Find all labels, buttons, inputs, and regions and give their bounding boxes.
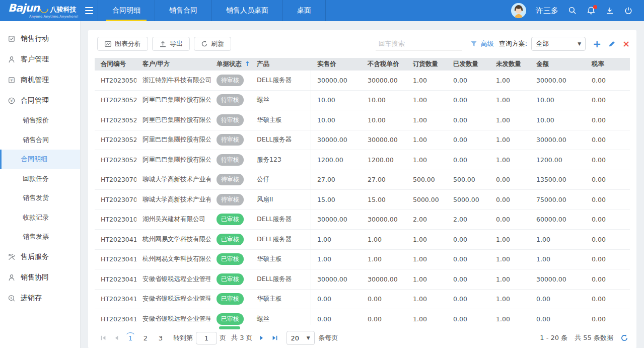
sidebar-item-2[interactable]: 客户管理 (0, 49, 80, 69)
cell: 安徽省银税远程企业管理... (136, 295, 210, 303)
sidebar-item-1[interactable]: 销售行动 (0, 28, 80, 49)
cell: 30000.00 (311, 136, 362, 144)
sidebar-item-6[interactable]: 销售协同 (0, 267, 80, 288)
column-header-8[interactable]: 已发数量 (447, 60, 490, 68)
sidebar-subitem-7[interactable]: 销售发票 (0, 227, 80, 247)
page-number-1[interactable]: 1 (124, 332, 136, 344)
table-row[interactable]: HT2023041701安徽省银税远程企业管理...已审核螺丝0.000.001… (95, 309, 630, 325)
goto-suffix: 页 (220, 333, 226, 342)
menu-toggle-icon[interactable] (81, 0, 98, 21)
table-row[interactable]: HT2023052901阿里巴巴集團控股有限公司待审核服务1231200.001… (95, 150, 630, 170)
cell: 0.00 (490, 196, 530, 203)
sidebar-item-4[interactable]: ¥合同管理 (0, 90, 80, 111)
toolbar-button-3[interactable]: 刷新 (194, 37, 231, 51)
toolbar-button-2[interactable]: 导出 (152, 37, 190, 51)
query-plan-select[interactable]: 全部 ▼ (531, 37, 586, 51)
opportunity-icon: ¥ (8, 76, 16, 84)
advanced-filter-link[interactable]: 高级 (481, 39, 494, 48)
cell: HT2023041701 (95, 295, 136, 303)
avatar[interactable] (511, 3, 526, 18)
topbar-tab-1[interactable]: 合同明细 (98, 0, 155, 21)
edit-plan-icon[interactable] (608, 40, 615, 47)
cell: 1.00 (407, 96, 447, 104)
refresh-data-icon[interactable] (620, 334, 628, 342)
search-icon[interactable] (568, 6, 577, 15)
sidebar-subitem-4[interactable]: 回款任务 (0, 169, 80, 189)
sales-action-icon (8, 35, 16, 43)
column-header-2[interactable]: 客户/甲方 (136, 60, 210, 68)
column-header-7[interactable]: 订货数量 (407, 60, 447, 68)
cell: 杭州网易文学科技有限公司 (136, 255, 210, 263)
page-number-2[interactable]: 2 (139, 332, 152, 344)
column-header-4[interactable]: 产品 (251, 60, 311, 68)
table-row[interactable]: HT2023041301杭州网易文学科技有限公司已审核华硕主板1.001.001… (95, 250, 630, 270)
sidebar-item-7[interactable]: ¥进销存 (0, 288, 80, 309)
sidebar-subitem-2[interactable]: 销售合同 (0, 130, 80, 150)
cell: 0.00 (447, 315, 490, 323)
table-row[interactable]: HT2023052901阿里巴巴集團控股有限公司待审核螺丝10.0010.001… (95, 91, 630, 111)
brand-name: Bajun (8, 3, 39, 14)
topbar-tab-2[interactable]: 销售合同 (155, 0, 211, 21)
table-row[interactable]: HT2023070201聊城大学高新技术产业有...待审核风扇II15.0015… (95, 190, 630, 210)
sidebar-item-3[interactable]: ¥商机管理 (0, 69, 80, 90)
status-badge: 待审核 (217, 94, 244, 106)
sidebar-subitem-6[interactable]: 收款记录 (0, 208, 80, 228)
page-size-select[interactable]: 20 ▼ (287, 331, 315, 345)
topbar-tab-4[interactable]: 桌面 (282, 0, 326, 21)
cell: 螺丝 (251, 91, 311, 110)
sidebar-subitem-5[interactable]: 销售发货 (0, 188, 80, 208)
column-header-6[interactable]: 不含税单价 (362, 60, 407, 68)
page-number-3[interactable]: 3 (155, 332, 167, 344)
refresh-icon (201, 40, 208, 47)
status-badge: 已审核 (217, 313, 244, 325)
power-icon[interactable] (624, 6, 633, 15)
username[interactable]: 许三多 (536, 6, 558, 16)
filter-funnel-icon[interactable] (470, 40, 477, 47)
topbar-tabs: 合同明细销售合同销售人员桌面桌面 (98, 0, 326, 21)
prev-page-icon[interactable] (113, 335, 119, 341)
goto-page-input[interactable] (196, 332, 217, 344)
column-header-10[interactable]: 金额 (530, 60, 586, 68)
sort-ascending-icon[interactable]: ↑ (245, 60, 250, 67)
table-row[interactable]: HT2023052901阿里巴巴集團控股有限公司待审核华硕主板10.0010.0… (95, 110, 630, 130)
contract-detail-table: 合同编号客户/甲方单据状态↑产品实售价不含税单价订货数量已发数量未发数量金额税率… (95, 58, 630, 325)
table-row[interactable]: HT2023041701安徽省银税远程企业管理...已审核华硕主板0.000.0… (95, 290, 630, 310)
cell: 杭州网易文学科技有限公司 (136, 235, 210, 244)
delete-plan-icon[interactable]: × (622, 39, 630, 48)
search-input[interactable] (379, 40, 464, 47)
cell: 阿里巴巴集團控股有限公司 (136, 96, 210, 104)
cell: 公仔 (251, 170, 311, 190)
column-header-1[interactable]: 合同编号 (95, 60, 136, 68)
notifications-bell-icon[interactable] (587, 6, 596, 15)
cell: 0.00 (447, 295, 490, 303)
table-row[interactable]: HT2023052901阿里巴巴集團控股有限公司待审核DELL服务器30000.… (95, 130, 630, 151)
cell: 60000.00 (530, 216, 586, 223)
column-header-5[interactable]: 实售价 (311, 60, 362, 68)
sidebar-subitem-1[interactable]: 销售报价 (0, 111, 80, 130)
column-header-9[interactable]: 未发数量 (490, 60, 530, 68)
sidebar-item-5[interactable]: 售后服务 (0, 247, 80, 267)
cell: 华硕主板 (251, 290, 311, 309)
table-row[interactable]: HT2023070201聊城大学高新技术产业有...待审核公仔27.0027.0… (95, 170, 630, 190)
table-row[interactable]: HT2023041701安徽省银税远程企业管理...已审核DELL服务器3000… (95, 269, 630, 290)
page-size-value: 20 (291, 334, 300, 342)
column-header-11[interactable]: 税率 (586, 60, 630, 68)
add-plan-button[interactable]: + (593, 39, 601, 49)
first-page-icon[interactable] (100, 335, 106, 341)
cell: HT2023041701 (95, 275, 136, 283)
cell: 0.00 (586, 156, 630, 164)
cell: 1.00 (311, 255, 362, 263)
column-header-3[interactable]: 单据状态↑ (210, 60, 251, 68)
cell: 0.00 (490, 216, 530, 223)
sidebar-subitem-3[interactable]: 合同明细 (0, 150, 80, 169)
toolbar-button-1[interactable]: 图表分析 (97, 37, 148, 51)
table-row[interactable]: HT2023010303湖州吴兴建材有限公司已审核DELL服务器30000.00… (95, 210, 630, 230)
topbar-tab-3[interactable]: 销售人员桌面 (211, 0, 282, 21)
table-row[interactable]: HT2023041301杭州网易文学科技有限公司已审核DELL服务器1.001.… (95, 230, 630, 250)
download-icon[interactable] (605, 6, 614, 15)
table-row[interactable]: HT2023050801浙江特别牛科技有限公司待审核DELL服务器30000.0… (95, 71, 630, 91)
next-page-icon[interactable] (259, 335, 265, 341)
cell: 0.00 (447, 77, 490, 84)
last-page-icon[interactable] (272, 335, 278, 341)
horizontal-scrollbar-thumb[interactable] (219, 326, 240, 329)
